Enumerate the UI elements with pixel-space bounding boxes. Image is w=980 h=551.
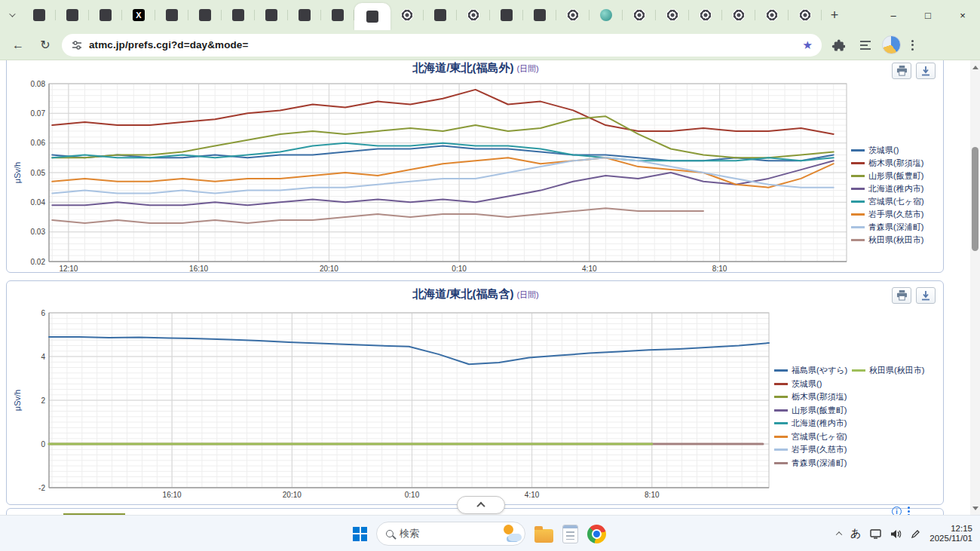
- profile-avatar[interactable]: [882, 35, 901, 54]
- print-button[interactable]: [892, 63, 911, 79]
- legend-label: 岩手県(久慈市): [868, 209, 923, 220]
- scrollbar-thumb[interactable]: [972, 147, 978, 251]
- tab-list: X: [23, 0, 822, 30]
- notepad-button[interactable]: [562, 525, 578, 543]
- app-favicon-icon: [501, 9, 513, 21]
- tab[interactable]: [722, 0, 755, 30]
- svg-text:0: 0: [41, 440, 45, 448]
- tab[interactable]: [23, 0, 56, 30]
- legend-item: 岩手県(久慈市): [774, 443, 847, 457]
- close-button[interactable]: ×: [945, 0, 980, 30]
- weather-icon[interactable]: [502, 524, 522, 543]
- browser-toolbar: ← ↻ atmc.jp/prefs.cgi?d=day&mode= ★: [0, 30, 980, 60]
- info-icon[interactable]: i: [892, 507, 902, 515]
- tab[interactable]: [255, 0, 288, 30]
- tab[interactable]: X: [122, 0, 155, 30]
- legend-label: 茨城県(): [792, 378, 822, 390]
- tab-search-button[interactable]: [0, 0, 23, 30]
- ime-indicator[interactable]: あ: [850, 527, 861, 540]
- download-button[interactable]: [916, 287, 936, 304]
- taskbar-search[interactable]: 検索: [376, 522, 525, 546]
- legend-label: 栃木県(那須塩): [868, 158, 923, 169]
- taskbar-clock[interactable]: 12:15 2025/11/01: [929, 524, 972, 543]
- app-favicon-icon: [534, 9, 546, 21]
- hidden-icons-button[interactable]: [837, 531, 841, 536]
- tab[interactable]: [321, 0, 354, 30]
- app-favicon-icon: [66, 9, 78, 21]
- download-icon: [920, 66, 931, 76]
- pen-icon[interactable]: [911, 529, 920, 539]
- app-favicon-icon: [100, 9, 112, 21]
- back-button[interactable]: ←: [8, 35, 29, 56]
- extensions-button[interactable]: [828, 35, 849, 56]
- legend-label: 岩手県(久慈市): [792, 444, 847, 455]
- circle-favicon-icon: [666, 9, 678, 21]
- start-button[interactable]: [353, 527, 367, 541]
- tab[interactable]: [556, 0, 590, 30]
- tab-active[interactable]: [354, 3, 390, 30]
- legend-swatch: [851, 162, 865, 164]
- app-favicon-icon: [332, 9, 344, 21]
- minimize-button[interactable]: –: [876, 0, 911, 30]
- svg-text:0.02: 0.02: [31, 258, 46, 266]
- legend-label: 北海道(稚内市): [868, 183, 923, 194]
- svg-text:20:10: 20:10: [320, 265, 338, 273]
- chart-legend: 福島県(やすら)茨城県()栃木県(那須塩)山形県(飯豊町)北海道(稚内市)宮城県…: [774, 364, 924, 470]
- legend-label: 青森県(深浦町): [868, 222, 923, 233]
- page-menu-icon[interactable]: [908, 507, 910, 515]
- new-tab-button[interactable]: +: [823, 4, 846, 26]
- download-button[interactable]: [916, 63, 936, 79]
- tab[interactable]: [390, 0, 424, 30]
- maximize-button[interactable]: □: [911, 0, 945, 30]
- scroll-to-top-button[interactable]: [457, 496, 505, 514]
- tab[interactable]: [789, 0, 822, 30]
- legend-item: 青森県(深浦町): [774, 457, 847, 470]
- url-text[interactable]: atmc.jp/prefs.cgi?d=day&mode=: [89, 39, 248, 51]
- reload-button[interactable]: ↻: [35, 35, 56, 56]
- display-cast-icon[interactable]: [870, 529, 881, 539]
- tab[interactable]: [623, 0, 656, 30]
- clock-date: 2025/11/01: [929, 534, 972, 543]
- tab[interactable]: [490, 0, 523, 30]
- scrollbar-down-arrow[interactable]: [970, 503, 980, 513]
- browser-menu-button[interactable]: [907, 35, 918, 55]
- legend-item: 福島県(やすら): [774, 364, 847, 378]
- tab[interactable]: [689, 0, 722, 30]
- menu-list-icon: [859, 38, 872, 52]
- address-bar[interactable]: atmc.jp/prefs.cgi?d=day&mode= ★: [62, 34, 822, 57]
- file-explorer-button[interactable]: [534, 529, 553, 543]
- tab[interactable]: [188, 0, 222, 30]
- tab[interactable]: [457, 0, 490, 30]
- tab[interactable]: [656, 0, 689, 30]
- app-favicon-icon: [232, 9, 244, 21]
- legend-item: 北海道(稚内市): [851, 182, 924, 195]
- chart-area: -2024616:1020:100:104:108:10μSv/h 福島県(やす…: [8, 307, 943, 504]
- legend-item: 山形県(飯豊町): [774, 404, 847, 418]
- page-extra-icons: i: [892, 507, 910, 515]
- taskbar-center: 検索: [353, 516, 606, 551]
- site-info-icon[interactable]: [71, 39, 83, 51]
- bookmark-star-icon[interactable]: ★: [803, 38, 813, 52]
- volume-icon[interactable]: [890, 529, 902, 539]
- tab[interactable]: [590, 0, 623, 30]
- tab[interactable]: [424, 0, 457, 30]
- legend-swatch: [851, 226, 865, 228]
- tab[interactable]: [288, 0, 321, 30]
- tab[interactable]: [222, 0, 255, 30]
- tab[interactable]: [523, 0, 556, 30]
- chrome-button[interactable]: [587, 525, 606, 543]
- svg-text:6: 6: [41, 309, 45, 317]
- taskbar: 検索 あ 12:15 2025/11/01: [0, 515, 980, 551]
- svg-text:4: 4: [41, 353, 45, 361]
- tab[interactable]: [755, 0, 789, 30]
- tab[interactable]: [89, 0, 122, 30]
- globe-favicon-icon: [600, 9, 612, 21]
- menu-list-button[interactable]: [855, 35, 876, 56]
- scrollbar-up-arrow[interactable]: [970, 62, 980, 72]
- tab[interactable]: [56, 0, 89, 30]
- chart-legend: 茨城県()栃木県(那須塩)山形県(飯豊町)北海道(稚内市)宮城県(七ヶ宿)岩手県…: [851, 144, 924, 246]
- puzzle-icon: [831, 38, 845, 52]
- tab[interactable]: [155, 0, 188, 30]
- window-controls: – □ ×: [876, 0, 980, 30]
- print-button[interactable]: [892, 287, 911, 304]
